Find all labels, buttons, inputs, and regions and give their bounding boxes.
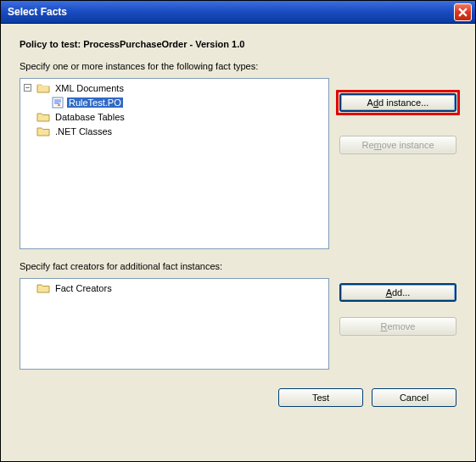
titlebar: Select Facts: [1, 1, 475, 24]
test-button[interactable]: Test: [278, 388, 363, 407]
node-label: RuleTest.PO: [67, 97, 123, 108]
folder-icon: [36, 111, 50, 123]
folder-icon: [36, 125, 50, 137]
remove-creator-button: Remove: [339, 317, 456, 336]
node-label: XML Documents: [53, 83, 126, 93]
fact-creators-buttons: Add... Remove: [339, 278, 456, 336]
highlight-add-instance: Add instance...: [336, 90, 460, 115]
fact-creators-tree[interactable]: Fact Creators: [20, 278, 329, 370]
folder-icon: [36, 82, 50, 94]
svg-rect-0: [53, 97, 63, 108]
node-label: .NET Classes: [53, 126, 114, 136]
fact-types-label: Specify one or more instances for the fo…: [20, 61, 456, 71]
dialog-content: Policy to test: ProcessPurchaseOrder - V…: [1, 24, 475, 461]
remove-instance-button: Remove instance: [339, 136, 456, 154]
xml-file-icon: [52, 97, 64, 109]
fact-creators-row: Fact Creators Add... Remove: [20, 278, 456, 370]
tree-node-database-tables[interactable]: Database Tables: [22, 109, 327, 124]
fact-types-row: − XML Documents RuleTest.PO: [20, 78, 456, 249]
fact-types-tree[interactable]: − XML Documents RuleTest.PO: [20, 78, 329, 249]
node-label: Fact Creators: [53, 283, 114, 293]
tree-node-fact-creators[interactable]: Fact Creators: [22, 281, 327, 295]
fact-types-buttons: Add instance... Remove instance: [339, 78, 456, 154]
close-icon: [458, 8, 468, 17]
add-creator-button[interactable]: Add...: [339, 283, 456, 302]
dialog-footer: Test Cancel: [20, 388, 456, 407]
add-instance-button[interactable]: Add instance...: [339, 93, 456, 112]
window-title: Select Facts: [8, 6, 67, 18]
close-button[interactable]: [454, 3, 472, 21]
policy-label: Policy to test: ProcessPurchaseOrder - V…: [20, 39, 456, 49]
folder-icon: [36, 282, 50, 294]
node-label: Database Tables: [53, 112, 126, 122]
cancel-button[interactable]: Cancel: [372, 388, 456, 407]
fact-creators-label: Specify fact creators for additional fac…: [20, 261, 456, 271]
collapse-icon[interactable]: −: [24, 84, 31, 92]
tree-node-xml-documents[interactable]: − XML Documents: [22, 81, 327, 95]
tree-node-net-classes[interactable]: .NET Classes: [22, 124, 327, 138]
tree-node-ruletest-po[interactable]: RuleTest.PO: [22, 95, 327, 109]
